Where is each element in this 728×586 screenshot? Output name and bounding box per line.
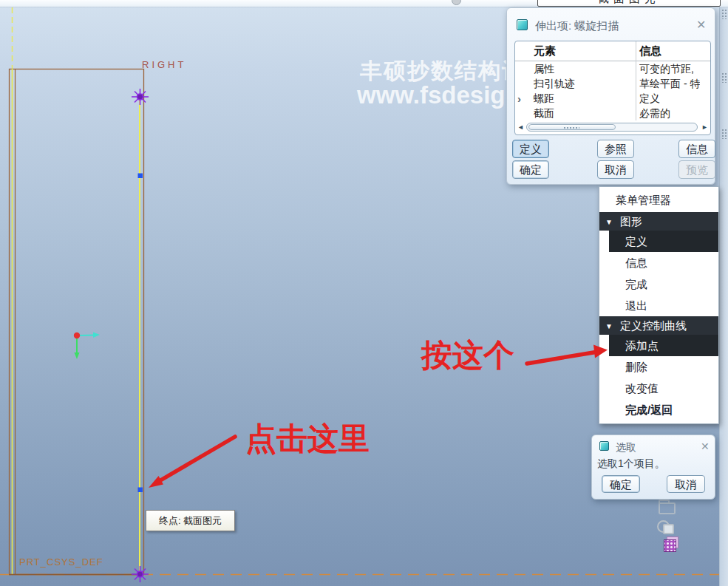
cell-info: 草绘平面 - 特	[639, 78, 700, 91]
preview-button[interactable]: 预览	[678, 160, 715, 179]
header-divider	[515, 61, 710, 61]
dialog-title: 伸出项: 螺旋扫描	[535, 19, 619, 33]
table-scrollbar[interactable]: ◄ ►	[517, 122, 708, 133]
arrow-to-endpoint	[149, 437, 235, 488]
cell-element: 截面	[534, 107, 554, 120]
menu-item-done-return[interactable]: 完成/返回	[609, 399, 718, 420]
table-row[interactable]: 截面 必需的	[515, 107, 710, 122]
close-icon[interactable]: ✕	[696, 19, 706, 31]
ok-button[interactable]: 确定	[512, 160, 549, 179]
element-table[interactable]: 元素 信息 属性 可变的节距, 扫引轨迹 草绘平面 - 特 螺距 定义 截面 必…	[514, 41, 711, 135]
column-header-element: 元素	[534, 44, 556, 58]
select-cube-icon	[599, 441, 609, 451]
menu-manager-title: 菜单管理器	[599, 187, 718, 212]
menu-section-graph[interactable]: ▼ 图形	[599, 212, 718, 231]
thumb-grip-dots	[563, 126, 579, 129]
select-dialog-title: 选取	[616, 441, 636, 454]
control-point-endpoint[interactable]	[138, 488, 143, 493]
menu-section-label: 图形	[620, 215, 642, 228]
start-vertex-marker[interactable]	[132, 89, 149, 105]
menu-item-quit[interactable]: 退出	[609, 295, 718, 316]
panel-grip[interactable]	[721, 72, 727, 83]
define-button[interactable]: 定义	[512, 140, 549, 158]
menu-item-info[interactable]: 信息	[609, 252, 718, 273]
select-ok-button[interactable]: 确定	[602, 475, 640, 493]
annotation-click-here: 点击这里	[245, 418, 370, 460]
select-message: 选取1个项目。	[597, 457, 665, 471]
arrow-to-add-point	[527, 345, 608, 364]
control-point-upper[interactable]	[138, 174, 143, 179]
table-row[interactable]: 螺距 定义	[515, 92, 710, 107]
panel-grip[interactable]	[721, 129, 727, 139]
cell-info: 定义	[639, 92, 660, 106]
table-row[interactable]: 扫引轨迹 草绘平面 - 特	[515, 78, 710, 92]
menu-item-define[interactable]: 定义	[609, 231, 718, 252]
menu-section-label: 定义控制曲线	[620, 319, 687, 332]
menu-item-done[interactable]: 完成	[609, 273, 718, 295]
application-window: 截面图元 丰硕抄数结构设 www.fsdesign.t RIGHT PRT_CS…	[0, 0, 728, 586]
folder-icon[interactable]	[659, 502, 676, 514]
menu-manager-panel: 菜单管理器 ▼ 图形 定义 信息 完成 退出 ▼ 定义控制曲线 添加点 删除 改…	[599, 186, 719, 424]
cell-element: 扫引轨迹	[534, 78, 575, 91]
pitch-origin-marker[interactable]	[74, 333, 100, 360]
cell-element: 螺距	[534, 92, 554, 106]
section-entity-field[interactable]: 截面图元	[537, 0, 721, 7]
menu-item-change-value[interactable]: 改变值	[609, 378, 718, 399]
menu-item-add-point[interactable]: 添加点	[609, 335, 718, 356]
references-button[interactable]: 参照	[597, 140, 634, 158]
helical-sweep-dialog: 伸出项: 螺旋扫描 ✕ 元素 信息 属性 可变的节距, 扫引轨迹 草绘平面 - …	[506, 7, 715, 185]
table-row[interactable]: 属性 可变的节距,	[515, 63, 710, 78]
select-dialog: 选取 ✕ 选取1个项目。 确定 取消	[591, 435, 715, 500]
endpoint-tooltip: 终点: 截面图元	[146, 510, 235, 531]
column-header-info: 信息	[639, 44, 661, 58]
cell-info: 必需的	[639, 107, 670, 120]
scroll-track[interactable]	[526, 123, 698, 132]
scroll-left-icon[interactable]: ◄	[517, 123, 524, 131]
right-panel-edge	[719, 0, 728, 586]
annotation-press-this: 按这个	[421, 335, 514, 376]
chevron-down-icon: ▼	[605, 218, 613, 226]
info-button[interactable]: 信息	[678, 140, 715, 158]
coordinate-system-label[interactable]: PRT_CSYS_DEF	[19, 556, 103, 568]
cell-info: 可变的节距,	[639, 63, 694, 76]
datum-grid-icon[interactable]	[664, 536, 680, 553]
panel-grip[interactable]	[721, 9, 727, 19]
menu-section-define-control-curve[interactable]: ▼ 定义控制曲线	[599, 316, 718, 335]
scroll-right-icon[interactable]: ►	[701, 123, 708, 131]
shape-overlay-icon[interactable]	[657, 519, 672, 532]
end-vertex-marker[interactable]	[132, 566, 149, 582]
cancel-button[interactable]: 取消	[597, 160, 634, 179]
feature-cube-icon	[517, 19, 528, 30]
current-element-pointer-icon: ›	[517, 92, 521, 105]
menu-item-delete[interactable]: 删除	[609, 356, 718, 378]
datum-plane-label[interactable]: RIGHT	[142, 59, 186, 70]
datum-plane-right-outline[interactable]	[10, 69, 144, 575]
close-icon[interactable]: ✕	[701, 440, 710, 452]
scroll-thumb[interactable]	[528, 124, 616, 130]
select-cancel-button[interactable]: 取消	[667, 475, 705, 493]
grid-icon-front-face	[664, 539, 676, 552]
chevron-down-icon: ▼	[605, 322, 613, 330]
cell-element: 属性	[534, 63, 554, 76]
